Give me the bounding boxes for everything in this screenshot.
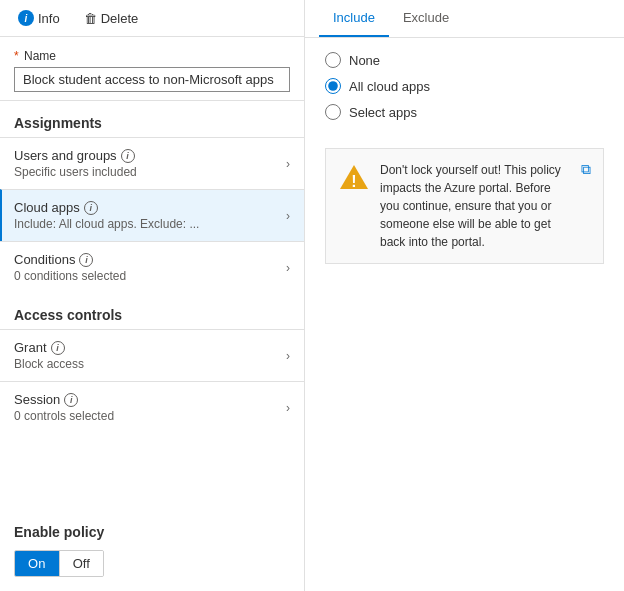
access-controls-header: Access controls — [0, 293, 304, 329]
sidebar-item-conditions[interactable]: Conditions i 0 conditions selected › — [0, 241, 304, 293]
users-groups-subtitle: Specific users included — [14, 165, 286, 179]
toggle-on-button[interactable]: On — [15, 551, 59, 576]
grant-chevron: › — [286, 349, 290, 363]
sidebar-item-grant[interactable]: Grant i Block access › — [0, 329, 304, 381]
delete-label: Delete — [101, 11, 139, 26]
users-groups-info-icon[interactable]: i — [121, 149, 135, 163]
radio-all-cloud-apps-input[interactable] — [325, 78, 341, 94]
sidebar-item-users-groups[interactable]: Users and groups i Specific users includ… — [0, 137, 304, 189]
users-groups-content: Users and groups i Specific users includ… — [14, 148, 286, 179]
warning-banner: ! Don't lock yourself out! This policy i… — [325, 148, 604, 264]
tab-include[interactable]: Include — [319, 0, 389, 37]
session-subtitle: 0 controls selected — [14, 409, 286, 423]
session-chevron: › — [286, 401, 290, 415]
toolbar: i Info 🗑 Delete — [0, 0, 304, 37]
info-label: Info — [38, 11, 60, 26]
radio-select-apps-input[interactable] — [325, 104, 341, 120]
delete-icon: 🗑 — [84, 11, 97, 26]
info-button[interactable]: i Info — [14, 8, 64, 28]
conditions-subtitle: 0 conditions selected — [14, 269, 286, 283]
name-section: * Name — [0, 37, 304, 101]
left-panel: i Info 🗑 Delete * Name Assignments Users… — [0, 0, 305, 591]
name-input[interactable] — [14, 67, 290, 92]
delete-button[interactable]: 🗑 Delete — [80, 9, 143, 28]
name-field-label: * Name — [14, 49, 290, 63]
conditions-content: Conditions i 0 conditions selected — [14, 252, 286, 283]
cloud-apps-content: Cloud apps i Include: All cloud apps. Ex… — [14, 200, 286, 231]
warning-text: Don't lock yourself out! This policy imp… — [380, 161, 571, 251]
users-groups-chevron: › — [286, 157, 290, 171]
enable-policy-section: Enable policy On Off — [0, 510, 304, 591]
grant-subtitle: Block access — [14, 357, 286, 371]
svg-text:!: ! — [351, 173, 356, 190]
radio-none[interactable]: None — [325, 52, 604, 68]
session-content: Session i 0 controls selected — [14, 392, 286, 423]
radio-select-apps[interactable]: Select apps — [325, 104, 604, 120]
warning-triangle-icon: ! — [338, 161, 370, 193]
cloud-apps-info-icon[interactable]: i — [84, 201, 98, 215]
external-link-icon[interactable]: ⧉ — [581, 161, 591, 178]
assignments-header: Assignments — [0, 101, 304, 137]
toggle-off-button[interactable]: Off — [59, 551, 104, 576]
sidebar-item-session[interactable]: Session i 0 controls selected › — [0, 381, 304, 433]
grant-content: Grant i Block access — [14, 340, 286, 371]
right-panel: Include Exclude None All cloud apps Sele… — [305, 0, 624, 591]
policy-toggle[interactable]: On Off — [14, 550, 104, 577]
users-groups-title: Users and groups i — [14, 148, 286, 163]
cloud-apps-title: Cloud apps i — [14, 200, 286, 215]
radio-select-apps-label: Select apps — [349, 105, 417, 120]
radio-none-label: None — [349, 53, 380, 68]
info-icon: i — [18, 10, 34, 26]
conditions-chevron: › — [286, 261, 290, 275]
cloud-apps-subtitle: Include: All cloud apps. Exclude: ... — [14, 217, 286, 231]
required-asterisk: * — [14, 49, 19, 63]
sidebar-item-cloud-apps[interactable]: Cloud apps i Include: All cloud apps. Ex… — [0, 189, 304, 241]
grant-info-icon[interactable]: i — [51, 341, 65, 355]
conditions-info-icon[interactable]: i — [79, 253, 93, 267]
radio-all-cloud-apps[interactable]: All cloud apps — [325, 78, 604, 94]
cloud-apps-chevron: › — [286, 209, 290, 223]
grant-title: Grant i — [14, 340, 286, 355]
tab-exclude[interactable]: Exclude — [389, 0, 463, 37]
session-title: Session i — [14, 392, 286, 407]
cloud-apps-radio-group: None All cloud apps Select apps — [305, 38, 624, 134]
radio-all-cloud-apps-label: All cloud apps — [349, 79, 430, 94]
tabs-container: Include Exclude — [305, 0, 624, 38]
session-info-icon[interactable]: i — [64, 393, 78, 407]
enable-policy-header: Enable policy — [14, 524, 290, 550]
warning-icon-container: ! — [338, 161, 370, 193]
conditions-title: Conditions i — [14, 252, 286, 267]
radio-none-input[interactable] — [325, 52, 341, 68]
